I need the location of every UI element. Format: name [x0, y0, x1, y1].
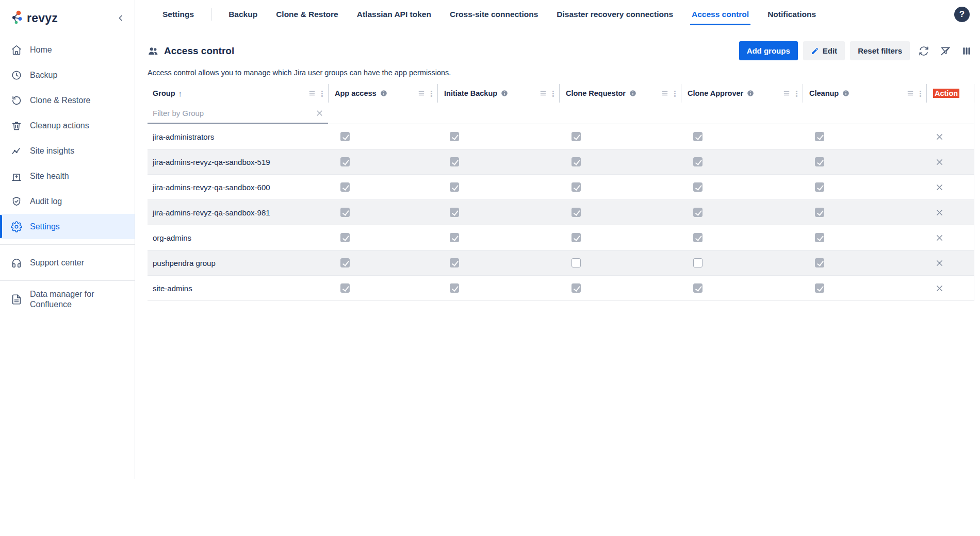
- clear-filters-button[interactable]: [938, 43, 953, 59]
- filter-off-icon: [940, 45, 951, 57]
- column-drag-icon[interactable]: ⋮: [917, 90, 924, 97]
- info-icon[interactable]: [629, 90, 636, 97]
- sidebar-collapse-button[interactable]: [114, 11, 127, 25]
- add-groups-button[interactable]: Add groups: [739, 41, 798, 60]
- sidebar-item-cleanup-actions[interactable]: Cleanup actions: [0, 113, 135, 138]
- clear-filter-icon[interactable]: [315, 109, 324, 118]
- permission-checkbox[interactable]: [693, 258, 703, 267]
- info-icon[interactable]: [501, 90, 508, 97]
- permission-checkbox[interactable]: [571, 157, 581, 166]
- permission-checkbox[interactable]: [815, 283, 824, 293]
- column-header-app-access[interactable]: App access ⋮: [328, 84, 437, 103]
- tab-cross-site-connections[interactable]: Cross-site connections: [448, 0, 540, 29]
- permission-checkbox[interactable]: [693, 132, 703, 141]
- permission-checkbox[interactable]: [571, 233, 581, 242]
- permission-checkbox[interactable]: [815, 208, 824, 217]
- info-icon[interactable]: [747, 90, 754, 97]
- column-drag-icon[interactable]: ⋮: [428, 90, 435, 97]
- group-filter-input[interactable]: [153, 109, 315, 118]
- column-drag-icon[interactable]: ⋮: [671, 90, 679, 97]
- permission-checkbox[interactable]: [340, 258, 350, 267]
- permission-checkbox[interactable]: [340, 132, 350, 141]
- permission-checkbox[interactable]: [693, 283, 703, 293]
- tab-settings[interactable]: Settings: [161, 0, 195, 29]
- sidebar-item-site-insights[interactable]: Site insights: [0, 138, 135, 163]
- column-drag-icon[interactable]: ⋮: [318, 90, 326, 97]
- column-menu-icon[interactable]: [661, 90, 668, 97]
- remove-group-icon[interactable]: [935, 157, 944, 167]
- permission-checkbox[interactable]: [815, 182, 824, 192]
- permission-checkbox[interactable]: [571, 208, 581, 217]
- remove-group-icon[interactable]: [935, 182, 944, 192]
- permission-checkbox[interactable]: [450, 208, 459, 217]
- permission-checkbox[interactable]: [693, 157, 703, 166]
- table-row: jira-admins-revyz-qa-sandbox-519: [148, 149, 974, 175]
- column-menu-icon[interactable]: [540, 90, 547, 97]
- permission-checkbox[interactable]: [571, 182, 581, 192]
- sidebar-item-support-center[interactable]: Support center: [0, 250, 135, 275]
- tab-atlassian-api-token[interactable]: Atlassian API token: [355, 0, 433, 29]
- sidebar-item-audit-log[interactable]: Audit log: [0, 189, 135, 214]
- permission-checkbox[interactable]: [571, 258, 581, 267]
- permission-checkbox[interactable]: [815, 258, 824, 267]
- permission-checkbox[interactable]: [340, 182, 350, 192]
- edit-button[interactable]: Edit: [803, 41, 845, 60]
- column-menu-icon[interactable]: [308, 90, 316, 97]
- sort-asc-icon[interactable]: ↑: [178, 89, 183, 98]
- remove-group-icon[interactable]: [935, 283, 944, 293]
- permission-checkbox[interactable]: [693, 233, 703, 242]
- tab-access-control[interactable]: Access control: [690, 0, 750, 29]
- permission-checkbox[interactable]: [450, 233, 459, 242]
- permission-checkbox[interactable]: [815, 233, 824, 242]
- remove-group-icon[interactable]: [935, 233, 944, 243]
- column-menu-icon[interactable]: [418, 90, 425, 97]
- sidebar-item-backup[interactable]: Backup: [0, 62, 135, 88]
- column-header-action[interactable]: Action: [926, 84, 974, 103]
- remove-group-icon[interactable]: [935, 258, 944, 268]
- column-header-clone-approver[interactable]: Clone Approver ⋮: [681, 84, 803, 103]
- info-icon[interactable]: [842, 90, 850, 97]
- columns-button[interactable]: [959, 44, 974, 58]
- permission-checkbox[interactable]: [450, 157, 459, 166]
- column-header-cleanup[interactable]: Cleanup ⋮: [803, 84, 926, 103]
- permission-checkbox[interactable]: [340, 283, 350, 293]
- permission-checkbox[interactable]: [571, 132, 581, 141]
- remove-group-icon[interactable]: [935, 208, 944, 217]
- column-header-clone-requestor[interactable]: Clone Requestor ⋮: [559, 84, 681, 103]
- permission-checkbox[interactable]: [340, 208, 350, 217]
- permission-checkbox[interactable]: [815, 132, 824, 141]
- permission-checkbox[interactable]: [340, 233, 350, 242]
- sidebar-item-settings[interactable]: Settings: [0, 214, 135, 239]
- table-row: pushpendra group: [148, 250, 974, 276]
- tab-backup[interactable]: Backup: [227, 0, 259, 29]
- permission-checkbox[interactable]: [340, 157, 350, 166]
- permission-checkbox[interactable]: [450, 182, 459, 192]
- permission-checkbox[interactable]: [450, 258, 459, 267]
- tab-clone-restore[interactable]: Clone & Restore: [274, 0, 340, 29]
- permission-checkbox[interactable]: [693, 208, 703, 217]
- sidebar-item-home[interactable]: Home: [0, 37, 135, 62]
- refresh-button[interactable]: [916, 43, 932, 59]
- tab-disaster-recovery-connections[interactable]: Disaster recovery connections: [555, 0, 675, 29]
- permission-checkbox[interactable]: [450, 283, 459, 293]
- column-menu-icon[interactable]: [907, 90, 914, 97]
- remove-group-icon[interactable]: [935, 132, 944, 142]
- column-header-group[interactable]: Group ↑ ⋮: [148, 84, 328, 103]
- column-header-initiate-backup[interactable]: Initiate Backup ⋮: [437, 84, 559, 103]
- sidebar-item-clone-restore[interactable]: Clone & Restore: [0, 88, 135, 113]
- tab-notifications[interactable]: Notifications: [766, 0, 818, 29]
- permission-checkbox[interactable]: [693, 182, 703, 192]
- permission-cell: [437, 250, 559, 275]
- column-drag-icon[interactable]: ⋮: [549, 90, 557, 97]
- permission-checkbox[interactable]: [450, 132, 459, 141]
- permission-checkbox[interactable]: [815, 157, 824, 166]
- help-button[interactable]: ?: [954, 7, 970, 22]
- info-icon[interactable]: [380, 90, 387, 97]
- sidebar-item-data-manager-for-confluence[interactable]: Data manager for Confluence: [0, 286, 135, 313]
- column-drag-icon[interactable]: ⋮: [793, 90, 801, 97]
- revyz-logo-icon: [8, 9, 24, 27]
- sidebar-item-site-health[interactable]: Site health: [0, 163, 135, 189]
- permission-checkbox[interactable]: [571, 283, 581, 293]
- reset-filters-button[interactable]: Reset filters: [850, 41, 910, 60]
- column-menu-icon[interactable]: [783, 90, 790, 97]
